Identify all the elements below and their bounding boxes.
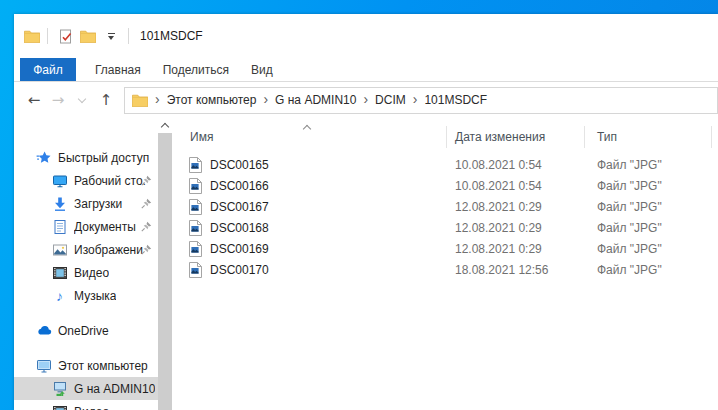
pin-icon — [141, 198, 152, 212]
desktop-icon — [51, 173, 68, 189]
jpg-file-icon — [188, 178, 202, 194]
sidebar-item-label: Видео — [74, 266, 109, 280]
customize-toolbar-dropdown-icon[interactable] — [99, 25, 121, 47]
sidebar-item-label: Рабочий сто. — [74, 174, 146, 188]
file-name: DSC00170 — [210, 263, 269, 277]
divider — [47, 28, 48, 44]
breadcrumb-item-drive-g[interactable]: G на ADMIN10 — [275, 93, 356, 107]
sidebar-item-label: Музыка — [74, 289, 116, 303]
file-date-modified: 12.08.2021 0:29 — [447, 200, 585, 214]
file-type: Файл "JPG" — [585, 242, 712, 256]
sidebar-item-label: Изображени — [74, 243, 143, 257]
music-note-icon: ♪ — [51, 289, 68, 303]
file-type: Файл "JPG" — [585, 179, 712, 193]
file-type: Файл "JPG" — [585, 158, 712, 172]
file-name: DSC00169 — [210, 242, 269, 256]
sidebar-item-videos-pc[interactable]: Видео — [14, 400, 158, 410]
recent-locations-icon[interactable] — [70, 88, 94, 112]
file-row[interactable]: DSC00165 10.08.2021 0:54 Файл "JPG" — [172, 154, 718, 175]
tab-share[interactable]: Поделиться — [152, 58, 240, 81]
address-bar[interactable]: › Этот компьютер › G на ADMIN10 › DCIM ›… — [124, 87, 718, 114]
column-header-type[interactable]: Тип — [585, 126, 712, 148]
file-row[interactable]: DSC00168 12.08.2021 0:29 Файл "JPG" — [172, 217, 718, 238]
title-bar: 101MSDCF — [14, 14, 718, 58]
sidebar-scrollbar[interactable] — [158, 118, 172, 410]
scrollbar-thumb[interactable] — [158, 133, 172, 410]
jpg-file-icon — [188, 157, 202, 173]
forward-button[interactable]: → — [46, 88, 70, 112]
file-list-pane: Имя Дата изменения Тип DSC00165 10.08.20… — [172, 118, 718, 410]
window-folder-icon — [24, 30, 40, 43]
file-name: DSC00167 — [210, 200, 269, 214]
sidebar-item-documents[interactable]: Документы — [14, 215, 158, 238]
scroll-up-icon[interactable] — [158, 118, 172, 133]
file-date-modified: 10.08.2021 0:54 — [447, 179, 585, 193]
file-row[interactable]: DSC00169 12.08.2021 0:29 Файл "JPG" — [172, 238, 718, 259]
back-button[interactable]: ← — [22, 88, 46, 112]
sidebar-item-downloads[interactable]: Загрузки — [14, 192, 158, 215]
sidebar-item-desktop[interactable]: Рабочий сто. — [14, 169, 158, 192]
file-date-modified: 12.08.2021 0:29 — [447, 221, 585, 235]
sidebar-item-label: Документы — [74, 220, 136, 234]
tab-file[interactable]: Файл — [20, 58, 76, 81]
pictures-icon — [51, 242, 68, 258]
file-row[interactable]: DSC00167 12.08.2021 0:29 Файл "JPG" — [172, 196, 718, 217]
sidebar-item-videos[interactable]: Видео — [14, 261, 158, 284]
new-folder-icon[interactable] — [77, 25, 99, 47]
breadcrumb-item-101msdcf[interactable]: 101MSDCF — [424, 93, 487, 107]
sidebar-item-quick-access[interactable]: Быстрый доступ — [14, 146, 158, 169]
file-row[interactable]: DSC00166 10.08.2021 0:54 Файл "JPG" — [172, 175, 718, 196]
downloads-arrow-icon — [51, 196, 68, 212]
file-type: Файл "JPG" — [585, 200, 712, 214]
desktop-background: 101MSDCF Файл Главная Поделиться Вид ← →… — [0, 0, 718, 410]
sidebar-item-label: Видео — [74, 405, 109, 410]
sidebar-item-this-pc[interactable]: Этот компьютер — [14, 354, 158, 377]
jpg-file-icon — [188, 241, 202, 257]
breadcrumb-separator: › — [155, 92, 160, 108]
ribbon-tab-bar: Файл Главная Поделиться Вид — [14, 58, 718, 82]
file-row[interactable]: DSC00170 18.08.2021 12:56 Файл "JPG" — [172, 259, 718, 280]
up-button[interactable]: ↑ — [94, 88, 118, 112]
breadcrumb-separator: › — [263, 92, 268, 108]
video-icon — [51, 265, 68, 281]
tab-home[interactable]: Главная — [84, 58, 152, 81]
sidebar-group-gap — [14, 342, 158, 354]
breadcrumb-item-this-pc[interactable]: Этот компьютер — [167, 93, 257, 107]
sidebar-item-label: Загрузки — [74, 197, 122, 211]
file-date-modified: 12.08.2021 0:29 — [447, 242, 585, 256]
file-type: Файл "JPG" — [585, 263, 712, 277]
sidebar-item-label: Быстрый доступ — [58, 151, 149, 165]
video-icon — [51, 404, 68, 410]
network-drive-icon — [51, 381, 68, 397]
navigation-bar: ← → ↑ › Этот компьютер › G на ADMIN10 › … — [14, 82, 718, 118]
file-date-modified: 10.08.2021 0:54 — [447, 158, 585, 172]
sidebar-item-pictures[interactable]: Изображени — [14, 238, 158, 261]
sidebar-group-gap — [14, 307, 158, 319]
main-content: Быстрый доступ Рабочий сто. — [14, 118, 718, 410]
file-type: Файл "JPG" — [585, 221, 712, 235]
onedrive-cloud-icon — [35, 323, 52, 339]
sidebar-item-music[interactable]: ♪ Музыка — [14, 284, 158, 307]
sidebar-item-label: OneDrive — [58, 324, 109, 338]
sidebar-item-drive-g[interactable]: G на ADMIN10 — [14, 377, 158, 400]
document-icon — [51, 219, 68, 235]
sidebar-item-label: Этот компьютер — [58, 359, 148, 373]
breadcrumb-item-dcim[interactable]: DCIM — [375, 93, 406, 107]
jpg-file-icon — [188, 262, 202, 278]
jpg-file-icon — [188, 199, 202, 215]
sidebar-item-label: G на ADMIN10 — [74, 382, 155, 396]
divider — [128, 28, 129, 44]
window-title: 101MSDCF — [140, 29, 203, 43]
file-name: DSC00168 — [210, 221, 269, 235]
file-name: DSC00166 — [210, 179, 269, 193]
breadcrumb-separator: › — [413, 92, 418, 108]
pin-icon — [141, 221, 152, 235]
breadcrumb-separator: › — [363, 92, 368, 108]
properties-icon[interactable] — [55, 25, 77, 47]
quick-access-star-icon — [35, 150, 52, 166]
pin-icon — [141, 244, 152, 258]
sidebar-item-onedrive[interactable]: OneDrive — [14, 319, 158, 342]
column-headers: Имя Дата изменения Тип — [172, 126, 718, 148]
tab-view[interactable]: Вид — [240, 58, 284, 81]
column-header-date-modified[interactable]: Дата изменения — [447, 126, 585, 148]
